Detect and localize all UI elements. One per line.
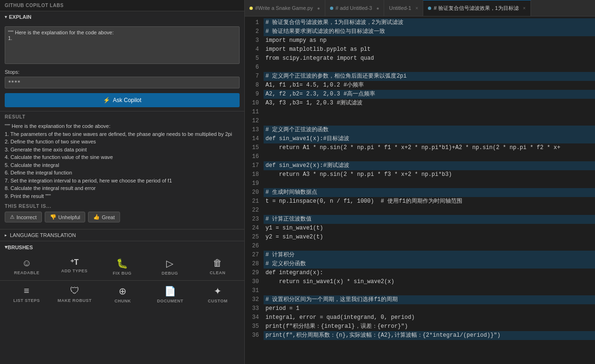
brushes-header[interactable]: ▾ BRUSHES bbox=[0, 241, 244, 253]
explain-chevron-icon: ▾ bbox=[5, 15, 7, 19]
line-number: 30 bbox=[247, 277, 259, 286]
brush-debug[interactable]: ▷ DEBUG bbox=[153, 258, 186, 276]
tab-dot-add bbox=[330, 7, 333, 10]
tab-verify[interactable]: # 验证复合信号滤波效果，1为目标滤 × bbox=[423, 0, 531, 16]
code-line: return A1 * np.sin(2 * np.pi * f1 * x+2 … bbox=[264, 143, 595, 152]
brushes-row2: ≡ LIST STEPS 🛡 MAKE ROBUST ⊕ CHUNK 📄 DOC… bbox=[0, 281, 244, 308]
code-line bbox=[264, 152, 595, 161]
code-line: period = 1 bbox=[264, 304, 595, 313]
code-line: A2, f2 ,b2= 2.3, 2,0.3 #高一点频率 bbox=[264, 90, 595, 99]
code-line bbox=[264, 242, 595, 251]
line-number: 7 bbox=[247, 72, 259, 81]
incorrect-button[interactable]: ⚠ Incorrect bbox=[5, 212, 42, 222]
copilot-icon: ⚡ bbox=[103, 97, 110, 103]
tab-dot-verify bbox=[428, 7, 431, 10]
explain-header[interactable]: ▾ EXPLAIN bbox=[0, 11, 244, 23]
line-number: 36 bbox=[247, 331, 259, 340]
line-number: 15 bbox=[247, 143, 259, 152]
clean-label: CLEAN bbox=[210, 270, 226, 275]
code-line: # 生成时间轴数据点 bbox=[264, 188, 595, 197]
document-icon: 📄 bbox=[164, 285, 176, 297]
line-number: 35 bbox=[247, 322, 259, 331]
line-number: 18 bbox=[247, 170, 259, 179]
add-types-icon: ⁺T bbox=[70, 258, 79, 267]
tab-close-verify[interactable]: × bbox=[523, 6, 526, 11]
line-number: 1 bbox=[247, 18, 259, 27]
stops-input[interactable] bbox=[5, 77, 240, 88]
add-types-label: ADD TYPES bbox=[61, 269, 88, 273]
explain-section: ▾ EXPLAIN """ Here is the explanation fo… bbox=[0, 11, 244, 111]
line-number: 13 bbox=[247, 126, 259, 135]
this-result-label: THIS RESULT IS... bbox=[5, 204, 240, 209]
thumbs-down-icon: 👎 bbox=[50, 214, 56, 220]
code-line: y1 = sin_wave1(t) bbox=[264, 224, 595, 233]
line-number: 3 bbox=[247, 36, 259, 45]
line-number: 12 bbox=[247, 117, 259, 126]
rating-buttons: ⚠ Incorrect 👎 Unhelpful 👍 Great bbox=[5, 212, 240, 222]
chunk-label: CHUNK bbox=[114, 299, 131, 303]
line-number: 21 bbox=[247, 197, 259, 206]
code-line bbox=[264, 108, 595, 117]
code-line: # 设置积分区间为一个周期，这里我们选择f1的周期 bbox=[264, 295, 595, 304]
brush-chunk[interactable]: ⊕ CHUNK bbox=[106, 285, 139, 303]
code-line: # 计算正弦波数值 bbox=[264, 215, 595, 224]
debug-label: DEBUG bbox=[161, 271, 178, 276]
great-button[interactable]: 👍 Great bbox=[88, 212, 120, 222]
brush-fix-bug[interactable]: 🐛 FIX BUG bbox=[105, 258, 138, 276]
unhelpful-button[interactable]: 👎 Unhelpful bbox=[45, 212, 85, 222]
right-panel: #Write a Snake Game.py ● # add Untitled-… bbox=[245, 0, 595, 364]
code-line: # 定义两个正弦波的函数 bbox=[264, 126, 595, 135]
code-line: import numpy as np bbox=[264, 36, 595, 45]
brush-custom[interactable]: ✦ CUSTOM bbox=[201, 285, 234, 303]
explain-textarea[interactable]: """ Here is the explanation for the code… bbox=[5, 26, 240, 64]
brush-clean[interactable]: 🗑 CLEAN bbox=[201, 258, 234, 276]
code-line: # 验证复合信号滤波效果，1为目标滤波，2为测试滤波 bbox=[264, 18, 595, 27]
brush-readable[interactable]: ☺ READABLE bbox=[10, 258, 43, 276]
brush-make-robust[interactable]: 🛡 MAKE ROBUST bbox=[57, 285, 92, 303]
code-line: print(f"积分结果：{integral}，误差：{error}") bbox=[264, 322, 595, 331]
code-line: t = np.linspace(0, n / f1, 1000) # 使用f1的… bbox=[264, 197, 595, 206]
tab-snake[interactable]: #Write a Snake Game.py ● bbox=[245, 0, 325, 16]
brush-list-steps[interactable]: ≡ LIST STEPS bbox=[10, 285, 43, 303]
code-line: def sin_wave2(x):#测试滤波 bbox=[264, 161, 595, 170]
result-content: """ Here is the explanation for the code… bbox=[5, 122, 240, 200]
line-number: 2 bbox=[247, 27, 259, 36]
thumbs-up-icon: 👍 bbox=[93, 214, 100, 220]
left-panel: GITHUB COPILOT LABS ▾ EXPLAIN """ Here i… bbox=[0, 0, 245, 364]
line-number: 22 bbox=[247, 206, 259, 215]
line-number: 33 bbox=[247, 304, 259, 313]
line-number: 29 bbox=[247, 269, 259, 277]
tab-close-snake[interactable]: ● bbox=[317, 6, 320, 11]
explain-body: """ Here is the explanation for the code… bbox=[0, 23, 244, 111]
code-area: 1234567891011121314151617181920212223242… bbox=[245, 16, 595, 364]
line-number: 28 bbox=[247, 260, 259, 269]
code-line bbox=[264, 117, 595, 126]
brushes-section: ▾ BRUSHES ☺ READABLE ⁺T ADD TYPES 🐛 FIX … bbox=[0, 241, 244, 308]
fix-bug-icon: 🐛 bbox=[116, 258, 128, 269]
language-translation[interactable]: ▸ LANGUAGE TRANSLATION bbox=[0, 229, 244, 241]
result-section: RESULT """ Here is the explanation for t… bbox=[0, 111, 244, 229]
list-steps-icon: ≡ bbox=[24, 285, 30, 296]
line-number: 34 bbox=[247, 313, 259, 322]
chunk-icon: ⊕ bbox=[119, 285, 127, 297]
tab-add-untitled[interactable]: # add Untitled-3 ● bbox=[325, 0, 385, 16]
line-number: 8 bbox=[247, 81, 259, 90]
list-steps-label: LIST STEPS bbox=[13, 298, 40, 303]
code-line: # 定义积分函数 bbox=[264, 260, 595, 269]
tab-close-add[interactable]: ● bbox=[376, 6, 379, 11]
line-number: 5 bbox=[247, 54, 259, 63]
code-line: # 计算积分 bbox=[264, 251, 595, 260]
code-line: def integrand(x): bbox=[264, 269, 595, 277]
custom-icon: ✦ bbox=[214, 285, 222, 297]
line-number: 4 bbox=[247, 45, 259, 54]
line-number: 26 bbox=[247, 242, 259, 251]
tab-close-untitled1[interactable]: × bbox=[416, 6, 418, 11]
warning-icon: ⚠ bbox=[10, 214, 15, 220]
line-number: 25 bbox=[247, 233, 259, 242]
tab-untitled1[interactable]: Untitled-1 × bbox=[384, 0, 423, 16]
code-content[interactable]: # 验证复合信号滤波效果，1为目标滤波，2为测试滤波# 验证结果要求测试滤波的相… bbox=[264, 16, 595, 364]
ask-copilot-button[interactable]: ⚡ Ask Copilot bbox=[5, 93, 240, 107]
brush-document[interactable]: 📄 DOCUMENT bbox=[154, 285, 187, 303]
brush-add-types[interactable]: ⁺T ADD TYPES bbox=[58, 258, 91, 276]
brushes-row1: ☺ READABLE ⁺T ADD TYPES 🐛 FIX BUG ▷ DEBU… bbox=[0, 253, 244, 281]
